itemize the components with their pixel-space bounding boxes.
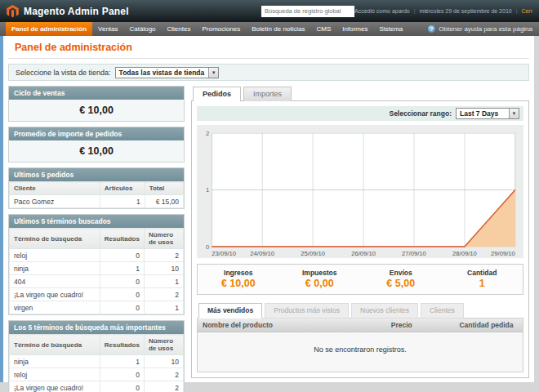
lifetime-sales-value: € 10,00 xyxy=(9,100,184,121)
logout-link[interactable]: Cerrar Sesión xyxy=(521,8,532,14)
svg-text:25/09/10: 25/09/10 xyxy=(301,250,325,257)
diagram-tab[interactable]: Importes xyxy=(243,87,292,101)
svg-text:2: 2 xyxy=(206,130,209,137)
average-orders-box: Promedio de importe de pedidos € 10,00 xyxy=(8,127,185,163)
main-nav: Panel de administraciónVentasCatálogoCli… xyxy=(0,22,539,36)
column-header: Resultados xyxy=(100,335,144,355)
help-link[interactable]: ? Obtener ayuda para esta página xyxy=(428,22,539,36)
box-title: Promedio de importe de pedidos xyxy=(9,127,184,140)
table-row: virgen01 xyxy=(10,301,184,314)
nav-tab[interactable]: Clientes xyxy=(162,22,197,36)
bestsellers-grid: Nombre del productoPrecioCantidad pedida… xyxy=(197,318,523,372)
content-area: Panel de administración Seleccione la vi… xyxy=(0,36,534,382)
chart-svg: 01223/09/1024/09/1025/09/1026/09/1027/09… xyxy=(198,127,522,258)
range-bar: Seleccionar rango: Last 7 Days ▼ xyxy=(197,106,523,121)
box-title: Ultimos 5 términos buscados xyxy=(9,215,184,228)
table-cell: ¡La virgen que cuadro! xyxy=(10,381,100,392)
bottom-tabs: Más vendidosProductos más vistosNuevos c… xyxy=(197,302,523,318)
column-header: Término de búsqueda xyxy=(10,229,100,249)
grid-column-header: Nombre del producto xyxy=(198,318,386,332)
nav-tab[interactable]: Panel de administración xyxy=(6,22,92,36)
last-search-terms-box: Ultimos 5 términos buscados Término de b… xyxy=(8,214,185,315)
table-cell: virgen xyxy=(10,301,100,314)
dashboard-left-column: Ciclo de ventas € 10,00 Promedio de impo… xyxy=(8,86,185,392)
table-cell: 2 xyxy=(144,288,183,301)
nav-tab[interactable]: Ventas xyxy=(92,22,123,36)
top-search-terms-box: Los 5 términos de búsqueda más important… xyxy=(8,320,185,392)
range-label: Seleccionar rango: xyxy=(389,109,452,118)
grid-header: Nombre del productoPrecioCantidad pedida xyxy=(198,318,523,332)
bottom-tab[interactable]: Más vendidos xyxy=(198,303,262,318)
bottom-tab[interactable]: Nuevos clientes xyxy=(351,303,418,318)
chevron-down-icon: ▼ xyxy=(208,68,218,78)
bottom-tab[interactable]: Productos más vistos xyxy=(265,303,349,318)
table-row: ¡La virgen que cuadro!02 xyxy=(10,381,184,392)
svg-text:28/09/10: 28/09/10 xyxy=(452,250,477,257)
global-search-input[interactable] xyxy=(261,6,354,17)
table-cell: € 15,00 xyxy=(145,195,183,208)
diagram-tabs: PedidosImportes xyxy=(191,86,529,100)
store-view-select[interactable]: Todas las vistas de tienda ▼ xyxy=(115,67,220,78)
table-cell: ¡La virgen que cuadro! xyxy=(10,288,100,301)
bottom-tab[interactable]: Clientes xyxy=(421,303,464,318)
total-value: 1 xyxy=(442,278,523,289)
total-item: Impuestos€ 0,00 xyxy=(279,269,361,289)
last-orders-box: Ultimos 5 pedidos ClienteArtículosTotalP… xyxy=(8,167,185,209)
range-value: Last 7 Days xyxy=(460,109,498,118)
user-info: Accedió como apardo | miércoles 29 de se… xyxy=(354,8,532,14)
total-label: Cantidad xyxy=(442,269,523,277)
table-cell: 1 xyxy=(144,301,183,314)
table-row: reloj02 xyxy=(10,249,184,262)
chevron-down-icon: ▼ xyxy=(509,109,519,118)
nav-tab[interactable]: CMS xyxy=(311,22,337,36)
table-cell: 0 xyxy=(100,275,144,288)
column-header: Resultados xyxy=(100,229,144,249)
nav-tab[interactable]: Boletín de noticias xyxy=(246,22,310,36)
magento-admin-page: Magento Admin Panel Accedió como apardo … xyxy=(0,0,539,392)
table-cell: 1 xyxy=(100,355,144,368)
brand-title: Magento Admin Panel xyxy=(24,6,129,17)
table-row: ninja110 xyxy=(10,355,184,368)
range-select[interactable]: Last 7 Days ▼ xyxy=(456,108,519,119)
table-cell: reloj xyxy=(10,368,100,381)
diagram-tab[interactable]: Pedidos xyxy=(193,87,241,101)
nav-tab[interactable]: Catálogo xyxy=(124,22,162,36)
table-cell: 10 xyxy=(144,262,183,275)
table-row: reloj02 xyxy=(10,368,184,381)
column-header: Número de usos xyxy=(144,229,183,249)
table-cell: ninja xyxy=(10,262,100,275)
svg-text:26/09/10: 26/09/10 xyxy=(351,250,376,257)
svg-text:27/09/10: 27/09/10 xyxy=(402,250,426,257)
table-cell: 0 xyxy=(100,381,144,392)
orders-card: Seleccionar rango: Last 7 Days ▼ 01223/0… xyxy=(191,100,529,378)
column-header: Cliente xyxy=(10,182,100,195)
nav-tab[interactable]: Informes xyxy=(336,22,373,36)
svg-text:29/09/10: 29/09/10 xyxy=(491,250,515,257)
nav-tab[interactable]: Sistema xyxy=(373,22,408,36)
table-cell: 404 xyxy=(10,275,100,288)
nav-tabs: Panel de administraciónVentasCatálogoCli… xyxy=(6,22,408,36)
total-value: € 10,00 xyxy=(198,278,279,289)
total-value: € 5,00 xyxy=(360,278,442,289)
table-cell: 0 xyxy=(100,249,144,262)
nav-tab[interactable]: Promociones xyxy=(196,22,246,36)
table-row: ninja110 xyxy=(10,262,184,275)
table-cell: 2 xyxy=(144,249,183,262)
title-divider xyxy=(8,58,529,59)
logged-in-as-text: Accedió como apardo xyxy=(354,8,410,14)
store-view-label: Seleccione la vista de tienda: xyxy=(16,69,111,77)
total-label: Impuestos xyxy=(279,269,361,277)
table-cell: 0 xyxy=(100,368,144,381)
table-cell: 1 xyxy=(100,262,144,275)
table-cell: 1 xyxy=(144,275,183,288)
lifetime-sales-box: Ciclo de ventas € 10,00 xyxy=(8,86,185,122)
help-label: Obtener ayuda para esta página xyxy=(439,25,532,33)
table-row: 40401 xyxy=(10,275,184,288)
box-title: Ciclo de ventas xyxy=(9,87,184,100)
page-title: Panel de administración xyxy=(3,36,534,53)
top-search-terms-table: Término de búsquedaResultadosNúmero de u… xyxy=(9,334,184,392)
dashboard-columns: Ciclo de ventas € 10,00 Promedio de impo… xyxy=(8,86,529,392)
column-header: Artículos xyxy=(100,182,145,195)
total-item: Ingresos€ 10,00 xyxy=(198,269,279,289)
table-cell: 1 xyxy=(100,195,145,208)
